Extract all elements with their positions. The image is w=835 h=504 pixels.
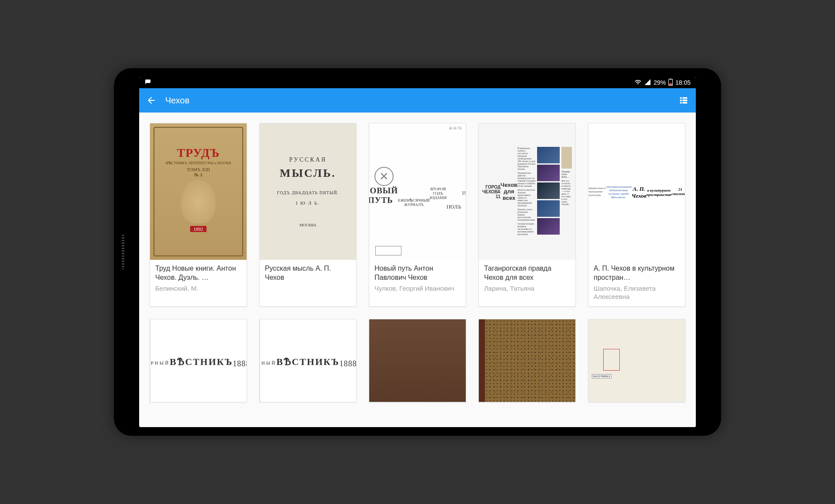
book-author: Шапочка, Елизавета Алексеевна (594, 284, 680, 301)
book-author: Белинский, М. (155, 284, 241, 293)
book-card[interactable]: РУССКАЯ МЫСЛЬ. ГОДЪ ДВАДЦАТЬ ПЯТЫЙ. І Ю … (259, 123, 357, 307)
book-cover: Муниципальное учреждение культуры «Центр… (588, 123, 685, 260)
signal-icon (644, 79, 651, 87)
book-title: Таганрогская правда Чехов для всех (484, 264, 570, 282)
svg-rect-4 (682, 97, 687, 99)
svg-rect-8 (682, 102, 687, 104)
content-area: ТРУДЪ ВѢСТНИКЪ ЛИТЕРАТУРЫ и НАУКИ ТОМЪ X… (139, 113, 696, 427)
svg-rect-5 (680, 99, 682, 101)
back-button[interactable] (146, 95, 157, 106)
book-card[interactable]: Муниципальное учреждение культуры «Центр… (588, 123, 685, 307)
clock: 18:05 (675, 79, 691, 86)
book-title: Труд Новые книги. Антон Чехов. Дуэль. … (155, 264, 241, 282)
book-card[interactable]: ТРУДЪ ВѢСТНИКЪ ЛИТЕРАТУРЫ и НАУКИ ТОМЪ X… (150, 123, 247, 307)
battery-percent: 29% (654, 79, 666, 86)
battery-icon (668, 79, 673, 87)
view-list-button[interactable] (678, 95, 689, 106)
book-cover: СѢВЕРНЫЙ ВѢСТНИКЪ 1888. Іюнь № 6. (150, 319, 247, 402)
app-bar: Чехов (139, 88, 696, 113)
book-author: Чулков, Георгий Иванович (374, 284, 461, 293)
book-cover: РАЗЛУЧНИКЪ (588, 319, 685, 402)
svg-rect-7 (680, 102, 682, 104)
book-title: Русская мысль А. П. Чехов (265, 264, 351, 282)
speaker-slot (122, 235, 124, 269)
wifi-icon (635, 79, 641, 87)
book-card[interactable]: Ж Н-76 НОВЫЙ ПУТЬ ЕЖЕМѢСЯЧНЫЙ ЖУРНАЛЪ ВТ… (369, 123, 466, 307)
book-grid: ТРУДЪ ВѢСТНИКЪ ЛИТЕРАТУРЫ и НАУКИ ТОМЪ X… (150, 123, 685, 402)
book-author: Ларина, Татьяна (484, 284, 570, 293)
book-card[interactable] (369, 319, 466, 402)
svg-rect-1 (670, 79, 671, 80)
svg-rect-2 (669, 83, 672, 85)
book-cover (369, 319, 466, 402)
book-title: А. П. Чехов в культурном простран… (594, 264, 680, 282)
book-card[interactable]: СѢВЕРНЫЙ ВѢСТНИКЪ 1888. Іюнь № 6. (150, 319, 247, 402)
book-cover: ГОРОД ЧЕХОВА 11 Чехов для всех В минувшу… (479, 123, 575, 260)
book-card[interactable] (478, 319, 576, 402)
book-cover (479, 319, 575, 402)
book-cover: РУССКАЯ МЫСЛЬ. ГОДЪ ДВАДЦАТЬ ПЯТЫЙ. І Ю … (260, 123, 356, 260)
book-title: Новый путь Антон Павлович Чехов (374, 264, 461, 282)
book-cover: ТРУДЪ ВѢСТНИКЪ ЛИТЕРАТУРЫ и НАУКИ ТОМЪ X… (150, 123, 247, 260)
status-bar: 29% 18:05 (139, 77, 696, 88)
screen: 29% 18:05 Чехов (139, 77, 696, 427)
page-title: Чехов (165, 96, 678, 106)
book-card[interactable]: СѢВЕРНЫЙ ВѢСТНИКЪ 1888. Ноябрь № 11. (259, 319, 357, 402)
book-card[interactable]: ГОРОД ЧЕХОВА 11 Чехов для всех В минувшу… (478, 123, 576, 307)
svg-rect-6 (682, 99, 687, 101)
tablet-frame: 29% 18:05 Чехов (114, 68, 721, 436)
svg-rect-3 (680, 97, 682, 99)
book-cover: СѢВЕРНЫЙ ВѢСТНИКЪ 1888. Ноябрь № 11. (260, 319, 356, 402)
book-cover: Ж Н-76 НОВЫЙ ПУТЬ ЕЖЕМѢСЯЧНЫЙ ЖУРНАЛЪ ВТ… (369, 123, 466, 260)
book-card[interactable]: РАЗЛУЧНИКЪ (588, 319, 685, 402)
notification-icon (144, 79, 151, 87)
